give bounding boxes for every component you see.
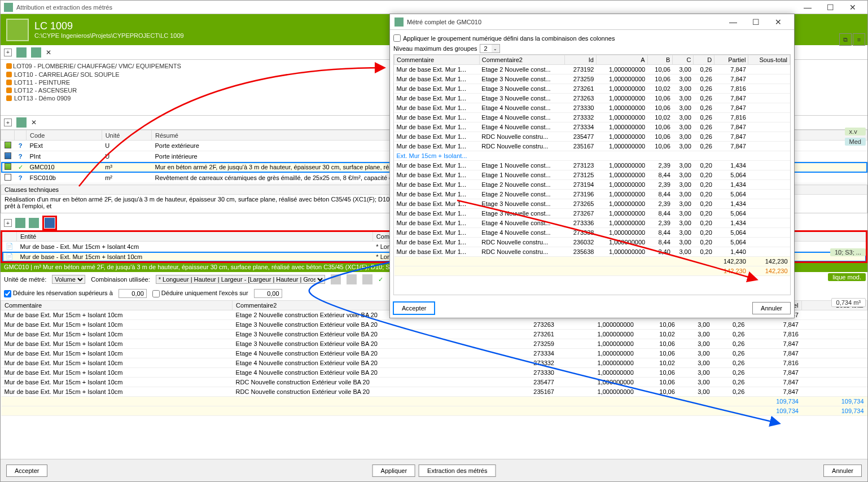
group-label: Appliquer le groupement numérique défini… bbox=[403, 35, 615, 42]
add-icon[interactable]: + bbox=[4, 49, 12, 56]
detail-row[interactable]: Mur de base Ext. Mur 15cm + Isolant 10cm… bbox=[1, 330, 867, 339]
niveau-spinner[interactable]: ⌄ bbox=[480, 44, 500, 53]
export-icon[interactable] bbox=[347, 274, 357, 284]
niveau-label: Niveau maximum des groupes bbox=[393, 45, 477, 52]
unite-label: Unité de métré: bbox=[4, 276, 46, 283]
tree2-icon[interactable] bbox=[31, 47, 41, 58]
dialog-row[interactable]: Ext. Mur 15cm + Isolant... bbox=[394, 151, 790, 161]
dialog-row[interactable]: Mur de base Ext. Mur 1...RDC Nouvelle co… bbox=[394, 247, 790, 257]
entity-tool2-icon[interactable] bbox=[29, 218, 39, 228]
window-title: Attribution et extraction des métrés bbox=[16, 4, 112, 11]
chip-info3: 0,734 m³ bbox=[831, 298, 866, 307]
deduct1-label: Déduire les réservation supérieurs à bbox=[13, 290, 113, 296]
combi-select[interactable]: * Longueur | Hauteur | Largeur - [Largeu… bbox=[156, 275, 325, 284]
detail-row[interactable]: Mur de base Ext. Mur 15cm + Isolant 10cm… bbox=[1, 320, 867, 330]
layout-icon[interactable]: ⧉ bbox=[839, 33, 852, 46]
dialog-row[interactable]: Mur de base Ext. Mur 1...Etage 2 Nouvell… bbox=[394, 65, 790, 75]
dialog-row[interactable]: Mur de base Ext. Mur 1...RDC Nouvelle co… bbox=[394, 238, 790, 247]
group-checkbox[interactable] bbox=[393, 34, 401, 42]
deduct2-checkbox[interactable] bbox=[152, 290, 160, 297]
dialog-row[interactable]: Mur de base Ext. Mur 1...Etage 2 Nouvell… bbox=[394, 190, 790, 199]
cancel-button[interactable]: Annuler bbox=[823, 465, 862, 477]
detail-row[interactable]: Mur de base Ext. Mur 15cm + Isolant 10cm… bbox=[1, 339, 867, 349]
metre-dialog: Métré complet de GMC010 — ☐ ✕ Appliquer … bbox=[389, 14, 795, 318]
project-name: LC 1009 bbox=[34, 20, 184, 32]
project-icon bbox=[6, 19, 29, 41]
footer: Accepter Appliquer Extraction des métrés… bbox=[1, 459, 867, 481]
detail-row[interactable]: Mur de base Ext. Mur 15cm + Isolant 10cm… bbox=[1, 368, 867, 378]
maximize-icon[interactable]: ☐ bbox=[819, 3, 841, 12]
project-path: C:\CYPE Ingenieros\Projets\CYPEPROJECT\L… bbox=[34, 32, 184, 39]
dlg-accept-button[interactable]: Accepter bbox=[393, 302, 435, 314]
dialog-title: Métré complet de GMC010 bbox=[407, 19, 481, 25]
deduct1-input[interactable] bbox=[119, 289, 147, 298]
dialog-row[interactable]: Mur de base Ext. Mur 1...Etage 3 Nouvell… bbox=[394, 199, 790, 209]
entity-tool1-icon[interactable] bbox=[15, 218, 25, 228]
dialog-row[interactable]: Mur de base Ext. Mur 1...Etage 3 Nouvell… bbox=[394, 94, 790, 103]
detail-row[interactable]: Mur de base Ext. Mur 15cm + Isolant 10cm… bbox=[1, 349, 867, 358]
detail-row[interactable]: Mur de base Ext. Mur 15cm + Isolant 10cm… bbox=[1, 387, 867, 397]
titlebar: Attribution et extraction des métrés — ☐… bbox=[1, 1, 867, 14]
niveau-down-icon[interactable]: ⌄ bbox=[492, 45, 499, 52]
dialog-row[interactable]: Mur de base Ext. Mur 1...Etage 4 Nouvell… bbox=[394, 218, 790, 228]
check-icon[interactable]: ✓ bbox=[378, 276, 383, 283]
app-icon bbox=[4, 3, 13, 12]
highlighted-tool bbox=[42, 216, 57, 230]
tree-icon[interactable] bbox=[16, 47, 27, 58]
detail-row[interactable]: Mur de base Ext. Mur 15cm + Isolant 10cm… bbox=[1, 358, 867, 368]
chip-info2: lique mod. bbox=[828, 273, 866, 281]
dialog-row[interactable]: Mur de base Ext. Mur 1...RDC Nouvelle co… bbox=[394, 132, 790, 142]
side-chips: x.v Med bbox=[845, 128, 866, 146]
edit-icon[interactable] bbox=[362, 274, 372, 284]
dialog-row[interactable]: Mur de base Ext. Mur 1...Etage 2 Nouvell… bbox=[394, 180, 790, 190]
delete-icon[interactable]: ✕ bbox=[46, 49, 51, 56]
accept-button[interactable]: Accepter bbox=[6, 465, 47, 477]
delete2-icon[interactable]: ✕ bbox=[31, 119, 37, 126]
deduct2-input[interactable] bbox=[254, 289, 282, 298]
extract-button[interactable]: Extraction des métrés bbox=[419, 465, 496, 477]
deduct1-checkbox[interactable] bbox=[4, 290, 11, 297]
dlg-minimize-icon[interactable]: — bbox=[722, 17, 744, 27]
detail-row[interactable]: Mur de base Ext. Mur 15cm + Isolant 10cm… bbox=[1, 378, 867, 387]
apply-button[interactable]: Appliquer bbox=[372, 465, 415, 477]
add-entity-icon[interactable]: + bbox=[4, 219, 12, 227]
dialog-row[interactable]: Mur de base Ext. Mur 1...Etage 1 Nouvell… bbox=[394, 170, 790, 180]
detail-icon[interactable] bbox=[45, 218, 55, 228]
chip-info1: 10; S3; ... bbox=[830, 248, 866, 256]
dialog-row[interactable]: Mur de base Ext. Mur 1...Etage 4 Nouvell… bbox=[394, 228, 790, 238]
menu-icon[interactable]: ≡ bbox=[853, 33, 865, 46]
close-icon[interactable]: ✕ bbox=[841, 3, 864, 12]
dialog-icon bbox=[394, 17, 404, 27]
dialog-row[interactable]: Mur de base Ext. Mur 1...Etage 3 Nouvell… bbox=[394, 209, 790, 218]
niveau-input[interactable] bbox=[480, 45, 492, 52]
clauses-tech-body[interactable]: Réalisation d'un mur en béton armé 2F, d… bbox=[1, 195, 432, 213]
deduct2-label: Déduire uniquement l'excès sur bbox=[161, 290, 248, 296]
add2-icon[interactable]: + bbox=[4, 119, 12, 126]
clauses-tech-header: Clauses techniques bbox=[1, 185, 432, 195]
tree3-icon[interactable] bbox=[16, 117, 27, 128]
dialog-table[interactable]: CommentaireCommentaire2IdABCDPartielSous… bbox=[394, 55, 790, 276]
dialog-row[interactable]: Mur de base Ext. Mur 1...Etage 4 Nouvell… bbox=[394, 103, 790, 113]
unite-select[interactable]: Volume bbox=[52, 275, 85, 284]
dialog-row[interactable]: Mur de base Ext. Mur 1...Etage 4 Nouvell… bbox=[394, 122, 790, 132]
dialog-row[interactable]: Mur de base Ext. Mur 1...Etage 4 Nouvell… bbox=[394, 113, 790, 122]
chip-med: Med bbox=[845, 138, 866, 146]
dialog-row[interactable]: Mur de base Ext. Mur 1...Etage 3 Nouvell… bbox=[394, 75, 790, 84]
dlg-close-icon[interactable]: ✕ bbox=[767, 17, 790, 27]
dialog-row[interactable]: Mur de base Ext. Mur 1...Etage 1 Nouvell… bbox=[394, 161, 790, 170]
combi-label: Combinaison utilisée: bbox=[91, 276, 150, 283]
chip-xv: x.v bbox=[845, 128, 866, 135]
dialog-titlebar: Métré complet de GMC010 — ☐ ✕ bbox=[390, 14, 794, 30]
dlg-maximize-icon[interactable]: ☐ bbox=[744, 17, 767, 27]
print-icon[interactable] bbox=[331, 274, 341, 284]
dialog-row[interactable]: Mur de base Ext. Mur 1...Etage 3 Nouvell… bbox=[394, 84, 790, 94]
minimize-icon[interactable]: — bbox=[796, 3, 819, 12]
dlg-cancel-button[interactable]: Annuler bbox=[752, 302, 791, 314]
dialog-row[interactable]: Mur de base Ext. Mur 1...RDC Nouvelle co… bbox=[394, 142, 790, 151]
